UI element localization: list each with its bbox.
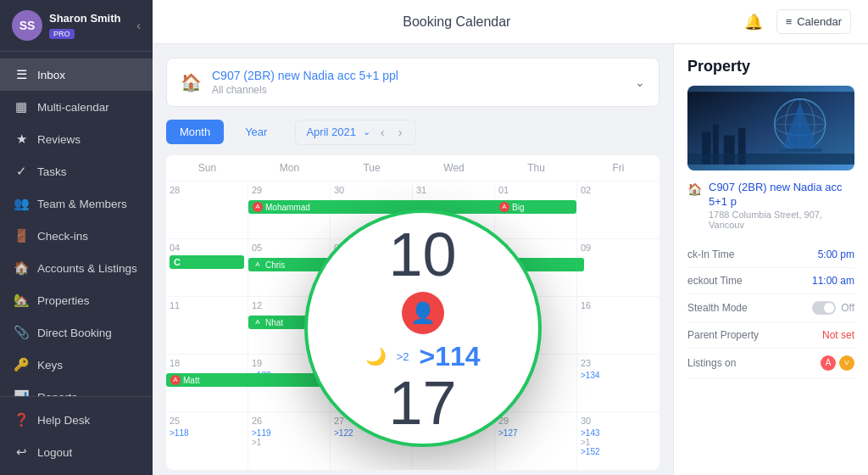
- cal-cell[interactable]: 01 A Big: [495, 182, 577, 238]
- day-header-thu: Thu: [495, 155, 577, 182]
- property-selector-left: 🏠 C907 (2BR) new Nadia acc 5+1 ppl All c…: [181, 69, 398, 96]
- sidebar-item-label: Properties: [37, 294, 90, 307]
- next-month-button[interactable]: ›: [395, 126, 406, 139]
- cal-cell[interactable]: 29 A Mohammad: [248, 182, 331, 238]
- cal-cell[interactable]: 28 >124: [413, 412, 495, 470]
- sidebar-bottom: ❓ Help Desk ↩ Logout: [0, 396, 153, 475]
- airbnb-icon[interactable]: A: [821, 355, 836, 371]
- calendar-week-3: 11 12 A Nhat 13 14: [166, 297, 659, 355]
- price-link[interactable]: >152: [581, 447, 656, 456]
- property-selector[interactable]: 🏠 C907 (2BR) new Nadia acc 5+1 ppl All c…: [166, 58, 659, 107]
- checkin-value[interactable]: 5:00 pm: [818, 249, 854, 260]
- listings-row: Listings on A V: [687, 349, 854, 378]
- help-icon: ❓: [14, 412, 29, 428]
- avatar: SS: [12, 10, 42, 41]
- sidebar-item-logout[interactable]: ↩ Logout: [0, 436, 153, 468]
- price-link[interactable]: >1: [252, 438, 326, 447]
- day-header-mon: Mon: [248, 155, 331, 182]
- sidebar-item-label: Help Desk: [37, 414, 90, 427]
- sidebar-item-label: Accounts & Listings: [37, 262, 137, 275]
- vrbo-icon[interactable]: V: [839, 355, 854, 371]
- price-link[interactable]: >119: [252, 428, 326, 438]
- booking-bar[interactable]: A Big: [495, 200, 576, 214]
- bell-icon[interactable]: 🔔: [744, 13, 763, 31]
- sidebar-item-team[interactable]: 👥 Team & Members: [0, 187, 153, 220]
- cal-cell[interactable]: 05 A Chris: [248, 239, 331, 296]
- sidebar-item-label: Logout: [37, 446, 72, 459]
- checkin-icon: 🚪: [14, 228, 29, 243]
- calendar-controls: Month Year April 2021 ⌄ ‹ ›: [166, 119, 659, 145]
- sidebar-item-keys[interactable]: 🔑 Keys: [0, 349, 153, 381]
- price-link[interactable]: >122: [334, 428, 409, 438]
- price-link[interactable]: >1: [581, 438, 656, 447]
- stealth-toggle[interactable]: [812, 301, 836, 315]
- page-title: Booking Calendar: [403, 14, 510, 30]
- sidebar-item-reports[interactable]: 📊 Reports: [0, 381, 153, 396]
- checkout-value[interactable]: 11:00 am: [812, 275, 854, 287]
- month-view-button[interactable]: Month: [166, 120, 224, 144]
- cal-cell[interactable]: 15: [495, 297, 577, 354]
- cal-cell[interactable]: 27 >122: [331, 412, 413, 470]
- cal-cell[interactable]: 28: [166, 182, 248, 238]
- booking-bar[interactable]: A Mohammad: [248, 200, 499, 214]
- sidebar-item-accounts[interactable]: 🏠 Accounts & Listings: [0, 252, 153, 284]
- cal-cell[interactable]: 18 A Matt: [166, 355, 248, 411]
- sidebar-item-label: Multi-calendar: [37, 101, 109, 114]
- price-link[interactable]: >143: [581, 428, 656, 438]
- booking-bar[interactable]: A Chris: [248, 258, 584, 271]
- day-header-fri: Fri: [577, 155, 659, 182]
- cal-cell[interactable]: 30 >143 >1 >152: [577, 412, 659, 470]
- calendar-view-button[interactable]: ≡ Calendar: [776, 9, 851, 34]
- sidebar-item-properties[interactable]: 🏡 Properties: [0, 284, 153, 316]
- calendar-icon: ▦: [14, 99, 29, 115]
- sidebar-item-direct-booking[interactable]: 📎 Direct Booking: [0, 316, 153, 349]
- month-dropdown-icon[interactable]: ⌄: [363, 126, 370, 137]
- calendar-btn-label: Calendar: [797, 15, 842, 28]
- parent-label: Parent Property: [687, 329, 759, 341]
- sidebar-item-checkins[interactable]: 🚪 Check-ins: [0, 220, 153, 252]
- cal-cell[interactable]: 09: [577, 239, 659, 296]
- cal-cell[interactable]: 23 >134: [577, 355, 659, 411]
- property-address: 1788 Columbia Street, 907, Vancouv: [709, 210, 854, 230]
- svg-rect-12: [687, 154, 854, 165]
- sidebar-item-label: Reviews: [37, 133, 81, 146]
- cal-cell[interactable]: 25 >118: [166, 412, 248, 470]
- current-month-label: April 2021: [306, 126, 356, 138]
- property-info: 🏠 C907 (2BR) new Nadia acc 5+1 p 1788 Co…: [687, 181, 854, 230]
- property-house-icon: 🏠: [687, 182, 702, 196]
- main-content: Booking Calendar 🔔 ≡ Calendar 🏠 C907 (2B…: [153, 0, 868, 475]
- logout-icon: ↩: [14, 444, 29, 460]
- svg-rect-0: [687, 92, 854, 165]
- cal-cell[interactable]: 12 A Nhat: [248, 297, 331, 354]
- inbox-icon: ☰: [14, 67, 29, 82]
- calendar-header: Sun Mon Tue Wed Thu Fri: [166, 155, 659, 182]
- sidebar-item-tasks[interactable]: ✓ Tasks: [0, 155, 153, 187]
- cal-cell[interactable]: 11: [166, 297, 248, 354]
- sidebar-item-inbox[interactable]: ☰ Inbox: [0, 59, 153, 91]
- calendar-week-4: 18 A Matt 19 >133 20 >2: [166, 355, 659, 412]
- price-link[interactable]: >118: [170, 428, 244, 438]
- chevron-down-icon[interactable]: ⌄: [635, 75, 645, 89]
- booking-bar[interactable]: A Nhat: [248, 316, 452, 329]
- cal-cell[interactable]: 16: [577, 297, 659, 354]
- year-view-button[interactable]: Year: [231, 119, 281, 145]
- cal-cell[interactable]: 04 C: [166, 239, 248, 296]
- parent-value[interactable]: Not set: [822, 329, 854, 341]
- sidebar-item-reviews[interactable]: ★ Reviews: [0, 123, 153, 155]
- topbar: Booking Calendar 🔔 ≡ Calendar: [153, 0, 868, 44]
- price-link[interactable]: >127: [498, 428, 573, 438]
- price-link[interactable]: >124: [416, 428, 491, 438]
- cal-cell[interactable]: 26 >119 >1: [248, 412, 331, 470]
- cal-cell[interactable]: 02: [577, 182, 659, 238]
- booking-bar[interactable]: A Matt: [166, 373, 508, 387]
- property-name[interactable]: C907 (2BR) new Nadia acc 5+1 p: [709, 181, 854, 210]
- cal-cell[interactable]: 29 >127: [495, 412, 577, 470]
- prev-month-button[interactable]: ‹: [377, 126, 388, 139]
- panel-title: Property: [687, 58, 854, 75]
- sidebar-item-multi-calendar[interactable]: ▦ Multi-calendar: [0, 91, 153, 123]
- sidebar-item-help[interactable]: ❓ Help Desk: [0, 404, 153, 436]
- collapse-icon[interactable]: ‹: [136, 19, 141, 32]
- price-link[interactable]: >134: [581, 371, 656, 380]
- sidebar-item-label: Tasks: [37, 165, 67, 178]
- booking-bar[interactable]: C: [170, 255, 244, 269]
